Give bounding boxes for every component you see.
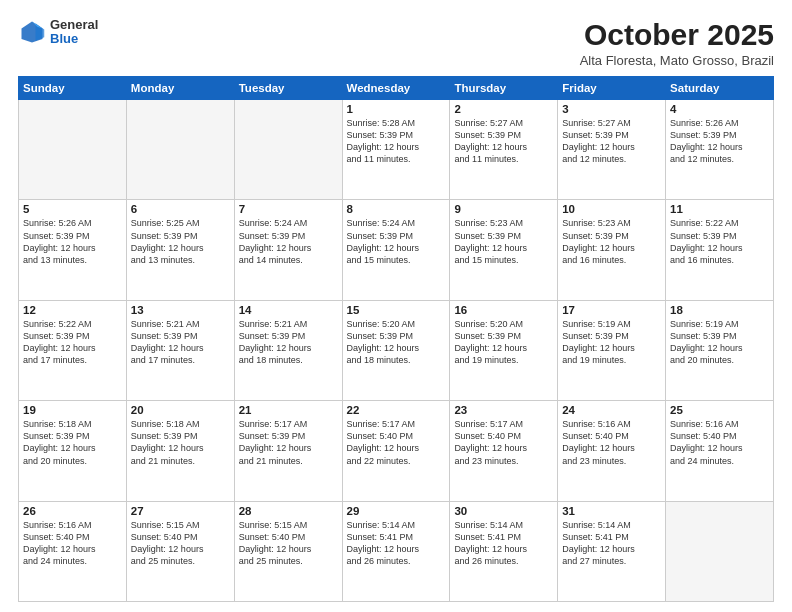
- day-cell: 15Sunrise: 5:20 AMSunset: 5:39 PMDayligh…: [342, 300, 450, 400]
- day-cell: 28Sunrise: 5:15 AMSunset: 5:40 PMDayligh…: [234, 501, 342, 601]
- week-row-3: 12Sunrise: 5:22 AMSunset: 5:39 PMDayligh…: [19, 300, 774, 400]
- logo-icon: [18, 18, 46, 46]
- day-cell: 5Sunrise: 5:26 AMSunset: 5:39 PMDaylight…: [19, 200, 127, 300]
- day-cell: 9Sunrise: 5:23 AMSunset: 5:39 PMDaylight…: [450, 200, 558, 300]
- day-cell: [234, 100, 342, 200]
- day-cell: 22Sunrise: 5:17 AMSunset: 5:40 PMDayligh…: [342, 401, 450, 501]
- day-info: Sunrise: 5:24 AMSunset: 5:39 PMDaylight:…: [239, 217, 338, 266]
- calendar-table: Sunday Monday Tuesday Wednesday Thursday…: [18, 76, 774, 602]
- day-number: 26: [23, 505, 122, 517]
- day-info: Sunrise: 5:17 AMSunset: 5:40 PMDaylight:…: [454, 418, 553, 467]
- day-cell: 6Sunrise: 5:25 AMSunset: 5:39 PMDaylight…: [126, 200, 234, 300]
- day-cell: 4Sunrise: 5:26 AMSunset: 5:39 PMDaylight…: [666, 100, 774, 200]
- day-info: Sunrise: 5:22 AMSunset: 5:39 PMDaylight:…: [670, 217, 769, 266]
- day-number: 25: [670, 404, 769, 416]
- day-info: Sunrise: 5:19 AMSunset: 5:39 PMDaylight:…: [670, 318, 769, 367]
- day-number: 10: [562, 203, 661, 215]
- col-thursday: Thursday: [450, 77, 558, 100]
- page: General Blue October 2025 Alta Floresta,…: [0, 0, 792, 612]
- day-info: Sunrise: 5:18 AMSunset: 5:39 PMDaylight:…: [131, 418, 230, 467]
- day-info: Sunrise: 5:25 AMSunset: 5:39 PMDaylight:…: [131, 217, 230, 266]
- day-info: Sunrise: 5:23 AMSunset: 5:39 PMDaylight:…: [454, 217, 553, 266]
- day-number: 29: [347, 505, 446, 517]
- day-info: Sunrise: 5:14 AMSunset: 5:41 PMDaylight:…: [454, 519, 553, 568]
- day-number: 12: [23, 304, 122, 316]
- day-cell: 26Sunrise: 5:16 AMSunset: 5:40 PMDayligh…: [19, 501, 127, 601]
- col-wednesday: Wednesday: [342, 77, 450, 100]
- day-number: 13: [131, 304, 230, 316]
- day-number: 1: [347, 103, 446, 115]
- day-number: 5: [23, 203, 122, 215]
- col-sunday: Sunday: [19, 77, 127, 100]
- day-cell: [666, 501, 774, 601]
- day-number: 6: [131, 203, 230, 215]
- day-cell: 18Sunrise: 5:19 AMSunset: 5:39 PMDayligh…: [666, 300, 774, 400]
- day-number: 14: [239, 304, 338, 316]
- day-info: Sunrise: 5:24 AMSunset: 5:39 PMDaylight:…: [347, 217, 446, 266]
- day-number: 31: [562, 505, 661, 517]
- day-info: Sunrise: 5:14 AMSunset: 5:41 PMDaylight:…: [347, 519, 446, 568]
- week-row-2: 5Sunrise: 5:26 AMSunset: 5:39 PMDaylight…: [19, 200, 774, 300]
- day-number: 18: [670, 304, 769, 316]
- col-monday: Monday: [126, 77, 234, 100]
- day-number: 17: [562, 304, 661, 316]
- day-cell: 30Sunrise: 5:14 AMSunset: 5:41 PMDayligh…: [450, 501, 558, 601]
- col-tuesday: Tuesday: [234, 77, 342, 100]
- day-number: 11: [670, 203, 769, 215]
- header: General Blue October 2025 Alta Floresta,…: [18, 18, 774, 68]
- day-cell: 20Sunrise: 5:18 AMSunset: 5:39 PMDayligh…: [126, 401, 234, 501]
- logo-text: General Blue: [50, 18, 98, 47]
- day-number: 8: [347, 203, 446, 215]
- day-cell: 10Sunrise: 5:23 AMSunset: 5:39 PMDayligh…: [558, 200, 666, 300]
- day-cell: 1Sunrise: 5:28 AMSunset: 5:39 PMDaylight…: [342, 100, 450, 200]
- day-cell: 25Sunrise: 5:16 AMSunset: 5:40 PMDayligh…: [666, 401, 774, 501]
- day-number: 23: [454, 404, 553, 416]
- day-info: Sunrise: 5:15 AMSunset: 5:40 PMDaylight:…: [239, 519, 338, 568]
- day-number: 9: [454, 203, 553, 215]
- day-cell: 16Sunrise: 5:20 AMSunset: 5:39 PMDayligh…: [450, 300, 558, 400]
- day-info: Sunrise: 5:22 AMSunset: 5:39 PMDaylight:…: [23, 318, 122, 367]
- day-cell: [19, 100, 127, 200]
- day-number: 24: [562, 404, 661, 416]
- day-number: 15: [347, 304, 446, 316]
- day-number: 20: [131, 404, 230, 416]
- day-number: 2: [454, 103, 553, 115]
- day-cell: 12Sunrise: 5:22 AMSunset: 5:39 PMDayligh…: [19, 300, 127, 400]
- day-cell: 8Sunrise: 5:24 AMSunset: 5:39 PMDaylight…: [342, 200, 450, 300]
- day-number: 30: [454, 505, 553, 517]
- col-friday: Friday: [558, 77, 666, 100]
- day-number: 28: [239, 505, 338, 517]
- day-info: Sunrise: 5:28 AMSunset: 5:39 PMDaylight:…: [347, 117, 446, 166]
- day-info: Sunrise: 5:23 AMSunset: 5:39 PMDaylight:…: [562, 217, 661, 266]
- day-info: Sunrise: 5:17 AMSunset: 5:39 PMDaylight:…: [239, 418, 338, 467]
- week-row-1: 1Sunrise: 5:28 AMSunset: 5:39 PMDaylight…: [19, 100, 774, 200]
- day-cell: 19Sunrise: 5:18 AMSunset: 5:39 PMDayligh…: [19, 401, 127, 501]
- day-number: 27: [131, 505, 230, 517]
- day-cell: 24Sunrise: 5:16 AMSunset: 5:40 PMDayligh…: [558, 401, 666, 501]
- day-info: Sunrise: 5:16 AMSunset: 5:40 PMDaylight:…: [562, 418, 661, 467]
- day-info: Sunrise: 5:20 AMSunset: 5:39 PMDaylight:…: [347, 318, 446, 367]
- day-number: 7: [239, 203, 338, 215]
- day-number: 4: [670, 103, 769, 115]
- day-cell: 3Sunrise: 5:27 AMSunset: 5:39 PMDaylight…: [558, 100, 666, 200]
- day-number: 16: [454, 304, 553, 316]
- day-cell: 14Sunrise: 5:21 AMSunset: 5:39 PMDayligh…: [234, 300, 342, 400]
- week-row-4: 19Sunrise: 5:18 AMSunset: 5:39 PMDayligh…: [19, 401, 774, 501]
- logo: General Blue: [18, 18, 98, 47]
- day-info: Sunrise: 5:27 AMSunset: 5:39 PMDaylight:…: [454, 117, 553, 166]
- calendar-title: October 2025: [580, 18, 774, 51]
- day-info: Sunrise: 5:16 AMSunset: 5:40 PMDaylight:…: [23, 519, 122, 568]
- day-cell: 27Sunrise: 5:15 AMSunset: 5:40 PMDayligh…: [126, 501, 234, 601]
- day-info: Sunrise: 5:21 AMSunset: 5:39 PMDaylight:…: [239, 318, 338, 367]
- day-info: Sunrise: 5:18 AMSunset: 5:39 PMDaylight:…: [23, 418, 122, 467]
- day-cell: 11Sunrise: 5:22 AMSunset: 5:39 PMDayligh…: [666, 200, 774, 300]
- day-number: 21: [239, 404, 338, 416]
- day-info: Sunrise: 5:16 AMSunset: 5:40 PMDaylight:…: [670, 418, 769, 467]
- day-info: Sunrise: 5:21 AMSunset: 5:39 PMDaylight:…: [131, 318, 230, 367]
- logo-general: General: [50, 18, 98, 32]
- day-info: Sunrise: 5:27 AMSunset: 5:39 PMDaylight:…: [562, 117, 661, 166]
- day-info: Sunrise: 5:17 AMSunset: 5:40 PMDaylight:…: [347, 418, 446, 467]
- day-info: Sunrise: 5:20 AMSunset: 5:39 PMDaylight:…: [454, 318, 553, 367]
- day-cell: 13Sunrise: 5:21 AMSunset: 5:39 PMDayligh…: [126, 300, 234, 400]
- day-cell: 31Sunrise: 5:14 AMSunset: 5:41 PMDayligh…: [558, 501, 666, 601]
